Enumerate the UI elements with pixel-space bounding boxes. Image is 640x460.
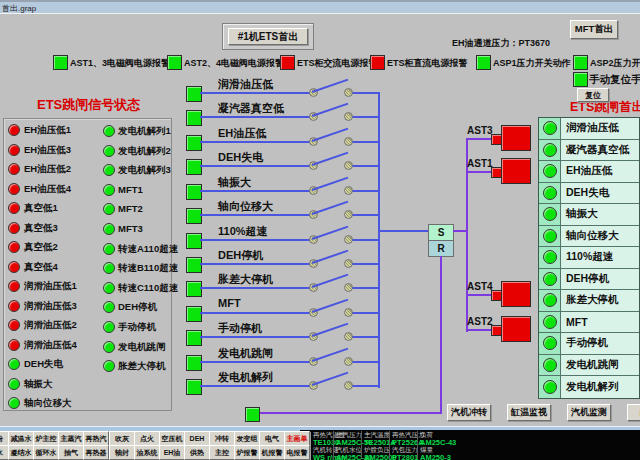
- ast-label: AST3: [467, 125, 493, 136]
- toolbar-button[interactable]: 凝结水: [8, 445, 34, 460]
- switch-blade-icon: [312, 226, 349, 240]
- logic-row-label: 凝汽器真空低: [218, 101, 284, 116]
- wire: [200, 287, 313, 289]
- toolbar-button[interactable]: 点火: [134, 431, 160, 446]
- ets-first-out-button[interactable]: #1机ETS首出: [228, 28, 308, 45]
- toolbar-button[interactable]: 主蒸汽: [58, 431, 84, 446]
- nav-button[interactable]: 汽机监测: [567, 404, 611, 421]
- window-titlebar: 首出.grap: [0, 2, 640, 14]
- trip-lamp: [8, 397, 20, 409]
- toolbar-button[interactable]: 再热器: [83, 445, 109, 460]
- first-out-row: 胀差大停机: [539, 290, 639, 312]
- first-out-lamp: [543, 380, 557, 394]
- ast-valve-indicator: [501, 281, 531, 307]
- nav-button[interactable]: DEH: [627, 404, 640, 421]
- first-out-label: DEH停机: [561, 269, 639, 290]
- trip-lamp-label: MFT1: [118, 184, 143, 195]
- first-out-lamp: [543, 358, 557, 372]
- trip-lamp: [8, 280, 20, 292]
- first-out-label: 发电机跳闸: [561, 355, 639, 376]
- first-out-lamp-cell: [539, 355, 561, 376]
- wire: [200, 141, 313, 143]
- wire: [351, 116, 379, 118]
- toolbar-button[interactable]: 轴封: [109, 445, 135, 460]
- readout-divider: [333, 431, 334, 459]
- toolbar-button[interactable]: 减温水: [8, 431, 34, 446]
- toolbar-button[interactable]: 电报警: [284, 445, 310, 460]
- toolbar-button[interactable]: 循环水: [33, 445, 59, 460]
- switch-blade-icon: [312, 323, 349, 337]
- trip-lamp-label: EH油压低4: [24, 183, 71, 196]
- first-out-lamp-cell: [539, 376, 561, 398]
- toolbar-button[interactable]: 发变组: [234, 431, 260, 446]
- toolbar-button[interactable]: 电气: [259, 431, 285, 446]
- wire: [351, 214, 379, 216]
- first-out-lamp-cell: [539, 161, 561, 182]
- toolbar-button[interactable]: 再热汽: [83, 431, 109, 446]
- wire: [200, 385, 313, 387]
- first-out-row: 发电机跳闸: [539, 355, 639, 377]
- first-out-label: 手动停机: [561, 333, 639, 354]
- switch-contact-icon: [344, 112, 353, 121]
- ast-tap-wire: [468, 138, 492, 140]
- trip-lamp: [8, 144, 20, 156]
- logic-input-indicator: [186, 306, 202, 322]
- toolbar-button[interactable]: EH油: [159, 445, 185, 460]
- reset-input-indicator: [245, 407, 260, 422]
- readout-divider: [417, 431, 418, 459]
- first-out-lamp: [543, 121, 557, 135]
- first-out-label: DEH失电: [561, 183, 639, 204]
- trip-lamp-label: 真空低1: [24, 202, 58, 215]
- trip-lamp-label: 发电机解列3: [118, 164, 171, 177]
- toolbar-button[interactable]: 空压机: [159, 431, 185, 446]
- first-out-row: 发电机解列: [539, 376, 639, 398]
- main-ets-button-frame: #1机ETS首出: [222, 23, 314, 50]
- readout-divider: [361, 431, 362, 459]
- toolbar-button[interactable]: 炉主控: [33, 431, 59, 446]
- toolbar-button[interactable]: 机报警: [259, 445, 285, 460]
- first-out-lamp: [543, 336, 557, 350]
- switch-blade-icon: [312, 299, 349, 313]
- toolbar-button[interactable]: 主画单: [284, 431, 310, 446]
- toolbar-button[interactable]: 冲转: [209, 431, 235, 446]
- toolbar-button[interactable]: 抽气: [58, 445, 84, 460]
- reset-button[interactable]: 复位: [577, 88, 609, 102]
- toolbar-button[interactable]: 炉报警: [234, 445, 260, 460]
- mft-first-out-button[interactable]: MFT首出: [570, 20, 618, 39]
- first-out-lamp-cell: [539, 204, 561, 225]
- nav-button[interactable]: 汽机冲转: [447, 404, 491, 421]
- first-out-table: 润滑油压低凝汽器真空低EH油压低DEH失电轴振大轴向位移大110%超速DEH停机…: [538, 117, 640, 399]
- window-title: 首出.grap: [2, 3, 36, 14]
- trip-lamp-label: MFT2: [118, 203, 143, 214]
- trip-lamp-label: DEH停机: [118, 301, 157, 314]
- legend-label: ASP1压力开关动作: [493, 57, 571, 70]
- trip-lamp: [8, 319, 20, 331]
- ast-tap-wire: [468, 329, 492, 331]
- first-out-lamp: [543, 186, 557, 200]
- switch-contact-icon: [344, 308, 353, 317]
- toolbar-button[interactable]: 供热: [184, 445, 210, 460]
- readout-divider: [389, 431, 390, 459]
- switch-contact-icon: [344, 381, 353, 390]
- wire: [351, 190, 379, 192]
- manual-reset-label: 手动复位手柄: [589, 73, 640, 87]
- trip-lamp: [103, 341, 115, 353]
- toolbar-button[interactable]: 吹灰: [109, 431, 135, 446]
- logic-row-label: 润滑油压低: [218, 77, 273, 92]
- nav-button[interactable]: 缸温监视: [507, 404, 551, 421]
- ast-tap-wire: [468, 171, 492, 173]
- ast-valve-indicator: [501, 316, 531, 342]
- toolbar-button[interactable]: 油系统: [134, 445, 160, 460]
- first-out-lamp: [543, 315, 557, 329]
- trip-lamp: [8, 124, 20, 136]
- trip-lamp: [8, 183, 20, 195]
- toolbar-button[interactable]: 主控: [209, 445, 235, 460]
- trip-lamp: [8, 339, 20, 351]
- logic-row-label: 轴振大: [218, 175, 251, 190]
- toolbar-button[interactable]: DEH: [184, 431, 210, 446]
- trip-lamp-label: DEH失电: [24, 358, 63, 371]
- ast-label: AST4: [467, 281, 493, 292]
- first-out-row: MFT: [539, 312, 639, 334]
- trip-lamp: [103, 243, 115, 255]
- first-out-label: 凝汽器真空低: [561, 140, 639, 161]
